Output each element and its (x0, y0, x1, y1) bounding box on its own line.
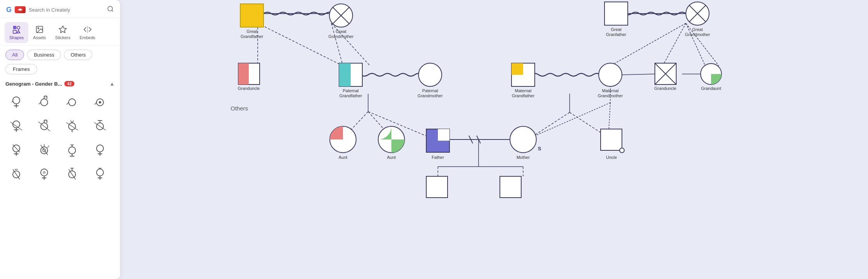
node-great-gm-mat[interactable] (686, 2, 709, 25)
creately-logo (15, 6, 26, 13)
svg-point-70 (96, 169, 103, 176)
node-father[interactable] (426, 129, 450, 152)
label-father: Father (432, 155, 444, 160)
svg-line-23 (95, 102, 96, 105)
shape-male[interactable] (33, 91, 55, 113)
node-mother[interactable] (510, 126, 536, 153)
google-icon: G (6, 6, 12, 14)
node-great-gm-pat[interactable] (329, 4, 353, 27)
svg-line-34 (71, 121, 72, 123)
node-child2[interactable] (500, 176, 521, 198)
svg-point-0 (108, 6, 112, 11)
shape-m3[interactable] (33, 140, 55, 161)
shape-female[interactable] (5, 91, 27, 113)
svg-line-100 (531, 103, 610, 138)
shape-nb[interactable] (89, 115, 111, 137)
svg-line-81 (610, 23, 686, 66)
label-paternal-gm: Paternal (422, 88, 438, 93)
filter-others[interactable]: Others (64, 50, 92, 60)
node-child1[interactable] (426, 176, 448, 198)
node-maternal-gm[interactable] (599, 63, 622, 86)
shape-f5[interactable] (33, 164, 55, 185)
svg-point-114 (418, 63, 442, 86)
tab-assets[interactable]: Assets (28, 22, 50, 43)
shape-i2[interactable] (61, 140, 83, 161)
label-great-gf-mat: Great (611, 27, 622, 32)
filter-tabs: All Business Others (0, 46, 120, 62)
label-paternal-gm2: Grandmother (418, 93, 443, 98)
label-maternal-gm: Maternal (602, 88, 619, 93)
svg-point-14 (41, 99, 48, 106)
others-label: Others (231, 105, 248, 112)
shape-m2[interactable] (33, 115, 55, 137)
shape-f6[interactable] (89, 164, 111, 185)
node-great-gf-pat[interactable] (240, 4, 264, 27)
toolbar-icons: Shapes Assets Stickers Embeds (0, 18, 120, 46)
svg-line-131 (622, 74, 655, 75)
label-uncle: Uncle (606, 155, 617, 160)
svg-marker-5 (17, 30, 20, 33)
node-aunt2[interactable] (378, 126, 405, 153)
svg-line-35 (72, 121, 74, 123)
svg-rect-102 (240, 4, 264, 27)
frames-button[interactable]: Frames (5, 64, 37, 74)
node-uncle[interactable] (601, 129, 624, 153)
shapes-grid (0, 89, 120, 189)
tab-shapes[interactable]: Shapes (5, 22, 28, 43)
search-input[interactable] (29, 7, 104, 13)
node-paternal-gf[interactable] (339, 63, 362, 86)
label-granduncle-pat: Granduncle (238, 86, 260, 91)
svg-rect-125 (438, 129, 450, 141)
node-granduncle-pat[interactable] (238, 63, 260, 84)
svg-rect-129 (426, 176, 448, 198)
svg-point-3 (17, 26, 20, 29)
left-panel: G Shapes (0, 0, 120, 279)
filter-all[interactable]: All (5, 50, 24, 60)
svg-point-117 (599, 63, 622, 86)
search-icon[interactable] (107, 5, 114, 14)
svg-rect-2 (13, 26, 16, 29)
node-paternal-gm[interactable] (418, 63, 442, 86)
collapse-icon[interactable]: ▲ (109, 81, 115, 87)
tab-embeds[interactable]: Embeds (75, 22, 100, 43)
label-maternal-gf2: Grandfather (512, 93, 535, 98)
shape-intersex[interactable] (61, 115, 83, 137)
svg-line-37 (66, 122, 78, 130)
label-great-gm-pat2: Grandmother (329, 34, 354, 39)
shape-f4[interactable] (89, 140, 111, 161)
svg-rect-130 (500, 176, 521, 198)
label-paternal-gf: Paternal (343, 88, 359, 93)
svg-point-126 (510, 126, 536, 153)
label-paternal-gf2: Grandfather (339, 93, 362, 98)
shape-m5[interactable] (61, 164, 83, 185)
node-grandaunt[interactable] (701, 64, 722, 84)
svg-marker-8 (59, 26, 66, 33)
section-header: Genogram - Gender B... 42 ▲ (0, 78, 120, 89)
shape-f3[interactable] (5, 140, 27, 161)
label-grandaunt: Grandaunt (701, 86, 721, 91)
label-maternal-gm2: Grandmother (598, 93, 623, 98)
label-great-gf-pat: Great (246, 29, 257, 34)
node-aunt1[interactable] (330, 126, 356, 153)
label-great-gm-mat2: Grandmother (685, 32, 710, 37)
node-granduncle-mat[interactable] (655, 63, 676, 84)
tab-stickers[interactable]: Stickers (50, 22, 75, 43)
node-maternal-gf[interactable] (512, 63, 535, 86)
filter-business[interactable]: Business (27, 50, 61, 60)
label-granduncle-mat: Granduncle (654, 86, 677, 91)
node-great-gf-mat[interactable] (604, 2, 628, 25)
mother-s-indicator: S (538, 146, 541, 152)
canvas[interactable]: Great Grandmother Great Grandfather Grea… (120, 0, 868, 279)
label-mother: Mother (517, 155, 530, 160)
tab-stickers-label: Stickers (55, 35, 70, 40)
svg-point-22 (99, 101, 101, 103)
search-bar: G (0, 0, 120, 18)
shape-f2[interactable] (5, 115, 27, 137)
section-badge: 42 (64, 81, 74, 86)
svg-rect-111 (238, 63, 249, 84)
label-great-gm-mat: Great (692, 27, 703, 32)
shape-deceased[interactable] (89, 91, 111, 113)
shape-m4[interactable] (5, 164, 27, 185)
shape-unknown[interactable] (61, 91, 83, 113)
svg-rect-127 (601, 129, 622, 150)
